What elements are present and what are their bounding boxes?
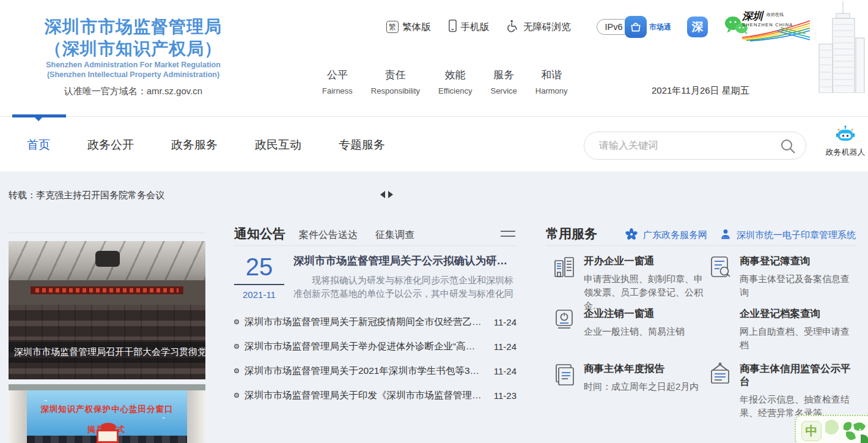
service-archive-search[interactable]: 企业登记档案查询 网上自助查档、受理申请查档 — [707, 306, 853, 352]
value-en: Responsibility — [371, 86, 420, 95]
notice-row[interactable]: 深圳市市场监督管理局关于2021年深圳市学生书包等3类产... 11-24 — [234, 359, 517, 383]
bullet-icon — [234, 368, 239, 373]
service-deregistration[interactable]: 企业注销一窗通 企业一般注销、简易注销 — [551, 306, 708, 338]
carousel-slide-ceremony[interactable]: ~ ~ 深圳知识产权保护中心盐田分窗口 揭牌仪式 — [9, 384, 205, 443]
value-en: Fairness — [322, 86, 353, 95]
seagull-icon: ~ — [162, 415, 165, 421]
notices-tabs: 案件公告送达 征集调查 — [299, 229, 414, 242]
value-en: Service — [490, 86, 517, 95]
service-title[interactable]: 商事主体信用监管公示平台 — [740, 361, 853, 388]
services-links: 广东政务服务网 深圳市统一电子印章管理系统 — [625, 228, 856, 243]
value-cn: 服务 — [490, 68, 517, 82]
content-area: 转载：李克强主持召开国务院常务会议 深圳市市场监督管理局召开干部大会学习贯彻党的… — [0, 171, 868, 443]
site-subtitle-en-line1: Shenzhen Administration For Market Regul… — [18, 60, 248, 70]
notice-title[interactable]: 深圳市市场监督管理局关于印发《深圳市市场监督管理局商... — [245, 389, 494, 402]
notice-title[interactable]: 深圳市市场监督管理局关于2021年深圳市学生书包等3类产... — [245, 365, 494, 378]
floating-widget[interactable]: 中 — [795, 415, 868, 443]
nav-item-special-topics[interactable]: 专题服务 — [339, 137, 385, 153]
service-open-business[interactable]: 开办企业一窗通 申请营业执照、刻制印章、申领发票、员工参保登记、公积金... — [551, 253, 708, 313]
nav-item-interaction[interactable]: 政民互动 — [255, 137, 301, 153]
service-text: 企业登记档案查询 网上自助查档、受理申请查档 — [740, 306, 853, 352]
nav-item-gov-services[interactable]: 政务服务 — [171, 137, 218, 153]
featured-notice[interactable]: 25 2021-11 深圳市市场监督管理局关于公示拟确认为研发与标... 现将拟… — [234, 253, 517, 305]
site-logo[interactable]: 深圳市市场监督管理局 （深圳市知识产权局） Shenzhen Administr… — [18, 16, 248, 97]
carousel-caption: 深圳市市场监督管理局召开干部大会学习贯彻党的十... — [9, 340, 205, 363]
service-title[interactable]: 商事主体年度报告 — [584, 361, 699, 375]
official-domain-note: 认准唯一官方域名：amr.sz.gov.cn — [18, 86, 248, 97]
robot-icon — [835, 135, 856, 146]
service-credit-platform[interactable]: 商事主体信用监管公示平台 年报公示信息、抽查检查结果、经营异常名录等 — [707, 361, 853, 420]
service-text: 商事登记簿查询 商事主体登记及备案信息查询 — [740, 253, 853, 299]
notice-date: 11-23 — [494, 390, 517, 401]
market-app-link[interactable]: 市场通 — [625, 16, 671, 38]
bullet-icon — [234, 319, 239, 324]
photo2-pillar-left — [9, 390, 27, 443]
report-doc-icon — [551, 361, 578, 388]
empty-icon-slot — [707, 306, 734, 333]
power-device-icon — [551, 306, 578, 333]
utility-bar: 繁 繁体版 手机版 无障碍浏览 IPv6 — [386, 18, 631, 35]
eseal-system-link[interactable]: 深圳市统一电子印章管理系统 — [719, 228, 856, 243]
featured-title[interactable]: 深圳市市场监督管理局关于公示拟确认为研发与标... — [293, 253, 517, 268]
core-values: 公平 Fairness 责任 Responsibility 效能 Efficie… — [322, 68, 568, 95]
service-annual-report[interactable]: 商事主体年度报告 时间：成立周年之日起2月内 — [551, 361, 708, 393]
services-section: 常用服务 — [546, 225, 856, 421]
featured-summary: 现将拟确认为研发与标准化同步示范企业和深圳标准创新示范基地的单位予以公示，其中研… — [293, 274, 517, 300]
nav-item-gov-disclosure[interactable]: 政务公开 — [87, 137, 134, 153]
notice-date: 11-24 — [494, 366, 517, 376]
service-title[interactable]: 开办企业一窗通 — [584, 253, 708, 267]
notice-row[interactable]: 深圳市市场监督管理局关于新冠疫情期间全市仅经营乙类非... 11-24 — [234, 310, 517, 334]
shenzhen-china-logo[interactable]: 深圳 政府在线 SHENZHEN CHINA — [742, 9, 811, 45]
service-title[interactable]: 企业登记档案查询 — [740, 306, 853, 320]
mobile-version-link[interactable]: 手机版 — [448, 19, 490, 35]
carousel-slide-meeting[interactable]: 深圳市市场监督管理局召开干部大会学习贯彻党的十... — [9, 241, 205, 379]
news-ticker[interactable]: 转载：李克强主持召开国务院常务会议 — [9, 190, 164, 201]
guangdong-gov-link[interactable]: 广东政务服务网 — [625, 228, 707, 243]
gov-robot-button[interactable]: 政务机器人 — [825, 125, 866, 158]
photo-carousel: 深圳市市场监督管理局召开干部大会学习贯彻党的十... ~ ~ 深圳知识产权保护中… — [9, 233, 205, 443]
service-desc: 企业一般注销、简易注销 — [584, 325, 685, 338]
traditional-chinese-link[interactable]: 繁 繁体版 — [386, 21, 431, 34]
ishenzhen-app-icon[interactable]: 深 — [687, 17, 708, 37]
tab-surveys[interactable]: 征集调查 — [375, 229, 414, 242]
ticker-next-icon[interactable] — [388, 191, 393, 198]
nav-item-home[interactable]: 首页 — [27, 137, 50, 153]
notice-row[interactable]: 深圳市市场监督管理局关于印发《深圳市市场监督管理局商... 11-23 — [234, 383, 517, 408]
szlogo-cn-big: 深圳 — [742, 10, 765, 22]
bullet-icon — [234, 344, 239, 349]
service-text: 商事主体年度报告 时间：成立周年之日起2月内 — [584, 361, 699, 393]
traditional-chinese-icon: 繁 — [386, 21, 399, 33]
value-efficiency: 效能 Efficiency — [438, 68, 472, 95]
guangdong-gov-label: 广东政务服务网 — [643, 229, 707, 241]
service-title[interactable]: 商事登记簿查询 — [740, 253, 853, 267]
notices-title[interactable]: 通知公告 — [234, 225, 285, 242]
clover-leaves-icon — [825, 416, 868, 443]
service-desc: 时间：成立周年之日起2月内 — [584, 380, 699, 393]
hanging-board-icon — [707, 361, 734, 388]
building-illustration — [804, 0, 867, 95]
notice-title[interactable]: 深圳市市场监督管理局关于举办促进体外诊断企业“高质量... — [245, 340, 494, 353]
service-registry-search[interactable]: 商事登记簿查询 商事主体登记及备案信息查询 — [707, 253, 853, 299]
carousel-divider — [9, 233, 205, 233]
robot-label: 政务机器人 — [825, 147, 866, 158]
accessibility-link[interactable]: 无障碍浏览 — [506, 19, 571, 35]
notices-more-icon[interactable] — [501, 231, 515, 240]
eseal-system-label: 深圳市统一电子印章管理系统 — [737, 229, 856, 241]
featured-text: 深圳市市场监督管理局关于公示拟确认为研发与标... 现将拟确认为研发与标准化同步… — [293, 253, 517, 300]
value-fairness: 公平 Fairness — [322, 68, 353, 95]
tab-case-announcements[interactable]: 案件公告送达 — [299, 229, 358, 242]
ticker-prev-icon[interactable] — [380, 191, 385, 198]
nav-active-caret — [35, 117, 42, 125]
search-input[interactable] — [599, 133, 764, 158]
mobile-version-label: 手机版 — [461, 21, 490, 34]
current-date: 2021年11月26日 星期五 — [652, 85, 749, 97]
featured-day: 25 — [234, 254, 284, 280]
search-icon[interactable] — [780, 138, 796, 157]
service-text: 商事主体信用监管公示平台 年报公示信息、抽查检查结果、经营异常名录等 — [740, 361, 853, 420]
notice-row[interactable]: 深圳市市场监督管理局关于举办促进体外诊断企业“高质量... 11-24 — [234, 334, 517, 359]
nav-items: 首页 政务公开 政务服务 政民互动 专题服务 — [27, 137, 385, 153]
featured-date-divider — [234, 284, 284, 285]
service-title[interactable]: 企业注销一窗通 — [584, 306, 685, 320]
notice-title[interactable]: 深圳市市场监督管理局关于新冠疫情期间全市仅经营乙类非... — [245, 316, 494, 329]
widget-glyph: 中 — [801, 421, 822, 441]
